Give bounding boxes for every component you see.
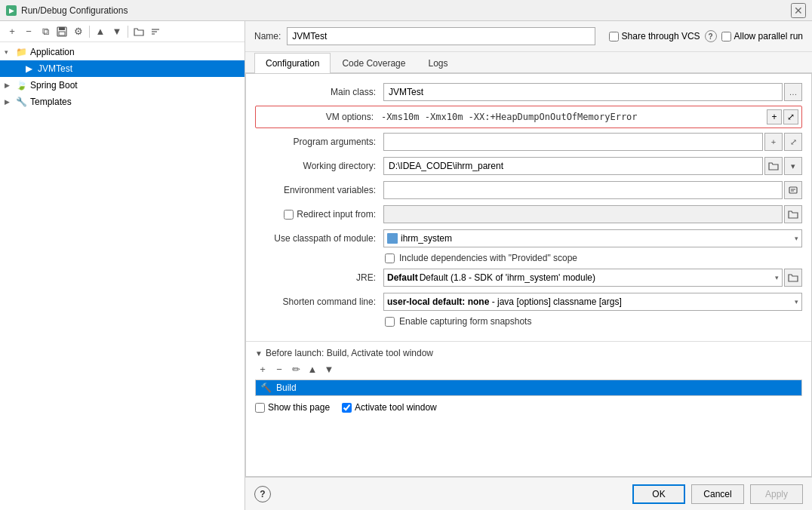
main-class-input[interactable]: [383, 83, 783, 101]
tree-item-jvmtest[interactable]: ▶ JVMTest: [0, 60, 245, 77]
bl-up-button[interactable]: ▲: [305, 361, 320, 376]
activate-window-item: Activate tool window: [342, 402, 437, 413]
include-deps-label: Include dependencies with "Provided" sco…: [399, 253, 577, 263]
tree-label-jvmtest: JVMTest: [38, 63, 72, 74]
config-tree: ▾ 📁 Application ▶ JVMTest ▶ 🍃 Spring Boo…: [0, 42, 245, 510]
working-dir-browse-button[interactable]: [764, 157, 783, 175]
vm-options-add-button[interactable]: +: [767, 109, 782, 124]
parallel-run-area: Allow parallel run: [721, 31, 803, 41]
bl-down-button[interactable]: ▼: [321, 361, 337, 376]
classpath-label: Use classpath of module:: [255, 233, 383, 244]
classpath-select[interactable]: ihrm_system ▾: [383, 229, 802, 247]
svg-rect-1: [59, 27, 65, 30]
tree-label-templates: Templates: [30, 97, 72, 107]
redirect-checkbox[interactable]: [284, 210, 294, 220]
before-launch-header: ▼ Before launch: Build, Activate tool wi…: [246, 346, 811, 360]
env-vars-label: Environment variables:: [255, 185, 383, 195]
right-panel: Name: Share through VCS ? Allow parallel…: [245, 21, 812, 510]
save-config-button[interactable]: [54, 24, 69, 39]
tree-item-application[interactable]: ▾ 📁 Application: [0, 44, 245, 60]
capture-row: Enable capturing form snapshots: [385, 314, 802, 329]
redirect-browse-button[interactable]: [784, 205, 802, 223]
program-args-input[interactable]: [383, 133, 763, 151]
wrench-icon: 🔧: [15, 96, 27, 108]
share-vcs-area: Share through VCS: [609, 31, 700, 41]
bl-edit-button[interactable]: ✏: [288, 361, 303, 376]
program-args-expand-button[interactable]: ⤢: [784, 133, 802, 151]
tree-arrow-templates: ▶: [5, 98, 15, 106]
redirect-input[interactable]: [383, 205, 783, 223]
vm-options-label: VM options:: [259, 112, 381, 122]
program-args-row: Program arguments: + ⤢: [255, 130, 802, 154]
svg-rect-2: [59, 32, 65, 35]
activate-window-checkbox[interactable]: [342, 403, 352, 413]
share-vcs-checkbox[interactable]: [609, 32, 619, 41]
jre-arrow-icon: ▾: [775, 274, 779, 281]
bl-remove-button[interactable]: −: [272, 361, 287, 376]
tabs-bar: Configuration Code Coverage Logs: [245, 52, 812, 73]
name-label: Name:: [254, 31, 281, 41]
share-help-icon[interactable]: ?: [705, 30, 717, 42]
apply-button[interactable]: Apply: [750, 484, 803, 504]
name-input[interactable]: [287, 27, 595, 45]
before-launch-arrow-icon: ▼: [255, 349, 263, 358]
shorten-value: user-local default: none - java [options…: [387, 296, 622, 307]
main-layout: + − ⧉ ⚙ ▲ ▼ ▾ 📁 Application: [0, 21, 812, 510]
parallel-run-label: Allow parallel run: [734, 31, 803, 41]
tab-coverage[interactable]: Code Coverage: [331, 53, 417, 73]
copy-config-button[interactable]: ⧉: [38, 24, 53, 39]
settings-config-button[interactable]: ⚙: [71, 24, 86, 39]
tree-arrow-springboot: ▶: [5, 81, 15, 89]
ok-button[interactable]: OK: [632, 484, 685, 504]
toolbar-divider-2: [128, 26, 128, 38]
capture-label: Enable capturing form snapshots: [399, 316, 531, 327]
show-page-label: Show this page: [268, 402, 330, 413]
close-button[interactable]: ✕: [791, 3, 806, 18]
working-dir-input[interactable]: [383, 157, 763, 175]
parallel-run-checkbox[interactable]: [721, 32, 731, 41]
before-launch-title: Before launch: Build, Activate tool wind…: [266, 348, 433, 358]
footer: ? OK Cancel Apply: [245, 477, 812, 510]
name-row: Name: Share through VCS ? Allow parallel…: [245, 21, 812, 52]
include-deps-checkbox[interactable]: [385, 253, 395, 263]
move-down-button[interactable]: ▼: [109, 24, 125, 39]
main-class-browse-button[interactable]: …: [784, 83, 802, 101]
bl-list-item-build[interactable]: 🔨 Build: [256, 380, 801, 395]
build-hammer-icon: 🔨: [260, 382, 272, 393]
jre-select[interactable]: DefaultDefault (1.8 - SDK of 'ihrm_syste…: [383, 269, 783, 287]
show-page-checkbox[interactable]: [255, 403, 265, 413]
tab-configuration[interactable]: Configuration: [254, 53, 331, 73]
program-args-add-button[interactable]: +: [764, 133, 783, 151]
add-config-button[interactable]: +: [5, 24, 20, 39]
tree-item-springboot[interactable]: ▶ 🍃 Spring Boot: [0, 77, 245, 94]
classpath-arrow-icon: ▾: [795, 235, 798, 242]
bl-add-button[interactable]: +: [255, 361, 270, 376]
help-button[interactable]: ?: [254, 486, 271, 502]
remove-config-button[interactable]: −: [21, 24, 36, 39]
working-dir-arrow-button[interactable]: ▾: [784, 157, 802, 175]
tab-logs[interactable]: Logs: [417, 53, 459, 73]
working-dir-label: Working directory:: [255, 161, 383, 171]
shorten-arrow-icon: ▾: [795, 298, 798, 306]
dialog-title: Run/Debug Configurations: [21, 5, 128, 16]
tree-item-templates[interactable]: ▶ 🔧 Templates: [0, 94, 245, 110]
sort-button[interactable]: [148, 24, 163, 39]
program-args-label: Program arguments:: [255, 137, 383, 147]
main-class-row: Main class: …: [255, 80, 802, 104]
config-area: Main class: … VM options: -Xms10m -Xmx10…: [245, 73, 812, 477]
title-bar: ▶ Run/Debug Configurations ✕: [0, 0, 812, 21]
main-class-label: Main class:: [255, 87, 383, 97]
move-up-button[interactable]: ▲: [93, 24, 108, 39]
capture-checkbox[interactable]: [385, 317, 395, 327]
env-vars-browse-button[interactable]: [784, 181, 802, 199]
jre-browse-button[interactable]: [784, 269, 802, 287]
shorten-row: Shorten command line: user-local default…: [255, 290, 802, 314]
vm-options-expand-button[interactable]: ⤢: [783, 109, 798, 124]
jre-label: JRE:: [255, 272, 383, 283]
env-vars-input[interactable]: [383, 181, 783, 199]
tree-label-application: Application: [30, 47, 75, 57]
shorten-select[interactable]: user-local default: none - java [options…: [383, 293, 802, 311]
folder-button[interactable]: [131, 24, 146, 39]
cancel-button[interactable]: Cancel: [691, 484, 744, 504]
vm-options-row: VM options: -Xms10m -Xmx10m -XX:+HeapDum…: [255, 106, 802, 128]
